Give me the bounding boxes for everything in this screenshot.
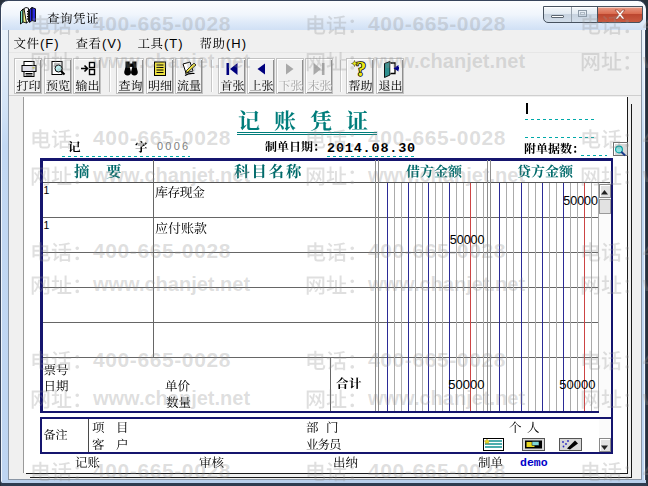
svg-text:400-665-0028: 400-665-0028 (368, 348, 506, 371)
svg-text:400-665-0028: 400-665-0028 (93, 348, 231, 371)
svg-text:www.chanjet.net: www.chanjet.net (92, 50, 250, 72)
svg-text:(F): (F) (40, 36, 60, 51)
svg-text:www.chanjet.net: www.chanjet.net (367, 387, 525, 409)
svg-text:1: 1 (44, 184, 50, 196)
svg-text:www.chanjet.net: www.chanjet.net (92, 164, 250, 186)
svg-text:www.chanjet.net: www.chanjet.net (92, 273, 250, 295)
svg-text:400-665-0028: 400-665-0028 (93, 126, 231, 149)
svg-text:400-665-0028: 400-665-0028 (643, 12, 648, 35)
svg-text:50000: 50000 (563, 194, 598, 208)
svg-text:400-665-0028: 400-665-0028 (643, 239, 648, 262)
svg-text:400-665-0028: 400-665-0028 (643, 126, 648, 149)
svg-text:400-665-0028: 400-665-0028 (368, 239, 506, 262)
svg-text:400-665-0028: 400-665-0028 (93, 239, 231, 262)
svg-text:400-665-0028: 400-665-0028 (368, 459, 506, 482)
svg-text:www.chanjet.net: www.chanjet.net (642, 50, 648, 72)
svg-text:demo: demo (520, 456, 548, 469)
svg-text:www.chanjet.net: www.chanjet.net (367, 164, 525, 186)
svg-text:1: 1 (44, 219, 50, 231)
svg-text:400-665-0028: 400-665-0028 (93, 459, 231, 482)
svg-text:400-665-0028: 400-665-0028 (643, 348, 648, 371)
svg-text:50000: 50000 (559, 377, 595, 392)
svg-text:www.chanjet.net: www.chanjet.net (642, 164, 648, 186)
svg-text:www.chanjet.net: www.chanjet.net (642, 273, 648, 295)
svg-text:400-665-0028: 400-665-0028 (643, 459, 648, 482)
svg-text:www.chanjet.net: www.chanjet.net (367, 50, 525, 72)
svg-text:www.chanjet.net: www.chanjet.net (92, 387, 250, 409)
svg-text:400-665-0028: 400-665-0028 (93, 12, 231, 35)
svg-text:www.chanjet.net: www.chanjet.net (642, 387, 648, 409)
svg-text:400-665-0028: 400-665-0028 (368, 12, 506, 35)
svg-text:www.chanjet.net: www.chanjet.net (367, 273, 525, 295)
svg-text:400-665-0028: 400-665-0028 (368, 126, 506, 149)
